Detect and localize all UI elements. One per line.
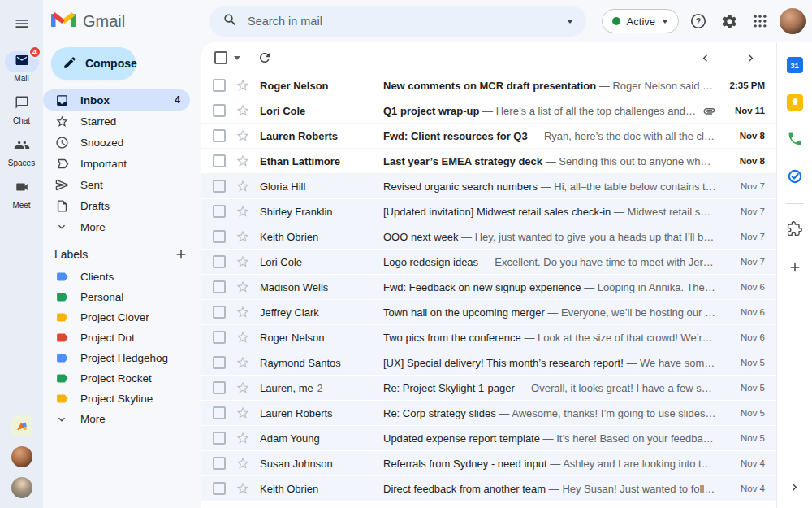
search-options-caret-icon[interactable] — [567, 20, 573, 24]
star-toggle-icon[interactable] — [235, 380, 251, 396]
email-row[interactable]: Madison Wells Fwd: Feedback on new signu… — [201, 275, 776, 300]
compose-button[interactable]: Compose — [51, 47, 136, 80]
select-all-checkbox[interactable] — [214, 51, 227, 64]
select-caret-icon[interactable] — [234, 56, 240, 60]
email-row[interactable]: Roger Nelson Two pics from the conferenc… — [201, 325, 776, 350]
rail-item-mail[interactable]: 4 Mail — [5, 51, 39, 83]
star-toggle-icon[interactable] — [235, 228, 251, 245]
star-toggle-icon[interactable] — [235, 77, 251, 93]
email-row[interactable]: Jeffrey Clark Town hall on the upcoming … — [201, 300, 776, 325]
settings-button[interactable] — [718, 10, 741, 33]
sidebar-item-snoozed[interactable]: Snoozed — [43, 132, 190, 153]
row-checkbox[interactable] — [213, 457, 226, 470]
refresh-button[interactable] — [253, 46, 276, 69]
star-toggle-icon[interactable] — [235, 254, 251, 270]
apps-grid-button[interactable] — [749, 10, 771, 33]
email-row[interactable]: Lauren, me2 Re: Project Skylight 1-pager… — [201, 376, 776, 401]
add-panel-app-button[interactable] — [784, 256, 806, 279]
space-sticker-icon[interactable] — [11, 415, 32, 436]
voice-button[interactable] — [784, 128, 806, 151]
email-row[interactable]: Ethan Lattimore Last year’s EMEA strateg… — [201, 149, 776, 174]
email-row[interactable]: Adam Young Updated expense report templa… — [201, 426, 776, 451]
sidebar-label-item[interactable]: Project Skyline — [43, 389, 201, 409]
sidebar-label-item[interactable]: Project Rocket — [43, 368, 201, 389]
star-toggle-icon[interactable] — [235, 329, 251, 345]
help-button[interactable]: ? — [687, 10, 710, 33]
row-checkbox[interactable] — [213, 331, 226, 344]
sidebar-item-drafts[interactable]: Drafts — [43, 195, 190, 216]
email-subject-snippet: Re: Project Skylight 1-pager — Overall, … — [383, 382, 716, 394]
star-toggle-icon[interactable] — [235, 430, 251, 446]
email-row[interactable]: Shirley Franklin [Updated invitation] Mi… — [201, 199, 776, 224]
tasks-button[interactable] — [784, 166, 806, 189]
status-selector[interactable]: Active — [602, 9, 679, 33]
add-label-button[interactable] — [174, 247, 188, 262]
rail-item-spaces[interactable]: Spaces — [5, 136, 39, 167]
contact-avatar-1[interactable] — [11, 446, 32, 467]
email-row[interactable]: Roger Nelson New comments on MCR draft p… — [201, 73, 776, 98]
sidebar-item-starred[interactable]: Starred — [43, 111, 190, 132]
star-toggle-icon[interactable] — [235, 354, 251, 371]
contact-avatar-2[interactable] — [11, 477, 32, 498]
older-page-button[interactable] — [739, 46, 762, 69]
newer-page-button[interactable] — [693, 46, 716, 69]
sidebar-label-item[interactable]: Clients — [43, 267, 201, 287]
meet-icon — [15, 180, 29, 198]
star-toggle-icon[interactable] — [235, 128, 251, 144]
email-row[interactable]: Lori Cole Q1 project wrap-up — Here’s a … — [201, 98, 776, 124]
star-toggle-icon[interactable] — [235, 178, 251, 194]
row-checkbox[interactable] — [213, 432, 226, 445]
keep-button[interactable] — [784, 91, 806, 114]
row-checkbox[interactable] — [213, 482, 226, 495]
row-checkbox[interactable] — [213, 381, 226, 394]
labels-more[interactable]: More — [43, 409, 201, 429]
gmail-app: 4 Mail Chat Spaces Meet — [0, 0, 812, 508]
row-checkbox[interactable] — [213, 180, 226, 193]
row-checkbox[interactable] — [213, 356, 226, 369]
sidebar-label-item[interactable]: Project Hedgehog — [43, 348, 201, 368]
star-toggle-icon[interactable] — [235, 455, 251, 471]
star-toggle-icon[interactable] — [235, 480, 251, 497]
rail-item-meet[interactable]: Meet — [5, 178, 39, 210]
row-checkbox[interactable] — [213, 280, 226, 293]
sidebar-item-sent[interactable]: Sent — [43, 174, 190, 195]
sidebar-item-inbox[interactable]: Inbox 4 — [43, 89, 190, 111]
email-row[interactable]: Keith Obrien OOO next week — Hey, just w… — [201, 224, 776, 250]
email-row[interactable]: Lauren Roberts Fwd: Client resources for… — [201, 124, 776, 149]
star-toggle-icon[interactable] — [235, 304, 251, 320]
email-row[interactable]: Lauren Roberts Re: Corp strategy slides … — [201, 401, 776, 426]
search-input[interactable]: Search in mail — [209, 6, 586, 37]
email-row[interactable]: Keith Obrien Direct feedback from anothe… — [201, 476, 776, 501]
calendar-button[interactable]: 31 — [784, 54, 806, 76]
row-checkbox[interactable] — [213, 205, 226, 218]
row-checkbox[interactable] — [213, 79, 226, 92]
star-toggle-icon[interactable] — [235, 203, 251, 219]
get-addons-button[interactable] — [784, 219, 806, 241]
sidebar-label-item[interactable]: Project Clover — [43, 307, 201, 328]
hamburger-menu-icon[interactable] — [6, 11, 38, 37]
star-toggle-icon[interactable] — [235, 405, 251, 421]
star-toggle-icon[interactable] — [235, 153, 251, 169]
user-avatar[interactable] — [780, 8, 806, 34]
email-date: Nov 11 — [716, 106, 765, 115]
row-checkbox[interactable] — [213, 230, 226, 243]
star-toggle-icon[interactable] — [235, 279, 251, 295]
row-checkbox[interactable] — [213, 154, 226, 167]
sidebar-item-important[interactable]: Important — [43, 153, 190, 174]
row-checkbox[interactable] — [213, 306, 226, 319]
row-checkbox[interactable] — [213, 406, 226, 419]
topbar-actions: Active ? — [602, 8, 806, 34]
row-checkbox[interactable] — [213, 129, 226, 142]
sidebar-label-item[interactable]: Project Dot — [43, 328, 201, 348]
row-checkbox[interactable] — [213, 104, 226, 117]
sidebar-item-more[interactable]: More — [43, 216, 190, 237]
email-row[interactable]: Raymond Santos [UX] Special delivery! Th… — [201, 350, 776, 376]
rail-item-chat[interactable]: Chat — [5, 93, 39, 125]
email-row[interactable]: Gloria Hill Revised organic search numbe… — [201, 174, 776, 199]
email-row[interactable]: Susan Johnson Referrals from Sydney - ne… — [201, 451, 776, 476]
row-checkbox[interactable] — [213, 255, 226, 268]
star-toggle-icon[interactable] — [235, 102, 251, 119]
email-row[interactable]: Lori Cole Logo redesign ideas — Excellen… — [201, 250, 776, 275]
sidebar-label-item[interactable]: Personal — [43, 287, 201, 307]
expand-panel-button[interactable] — [784, 475, 806, 498]
